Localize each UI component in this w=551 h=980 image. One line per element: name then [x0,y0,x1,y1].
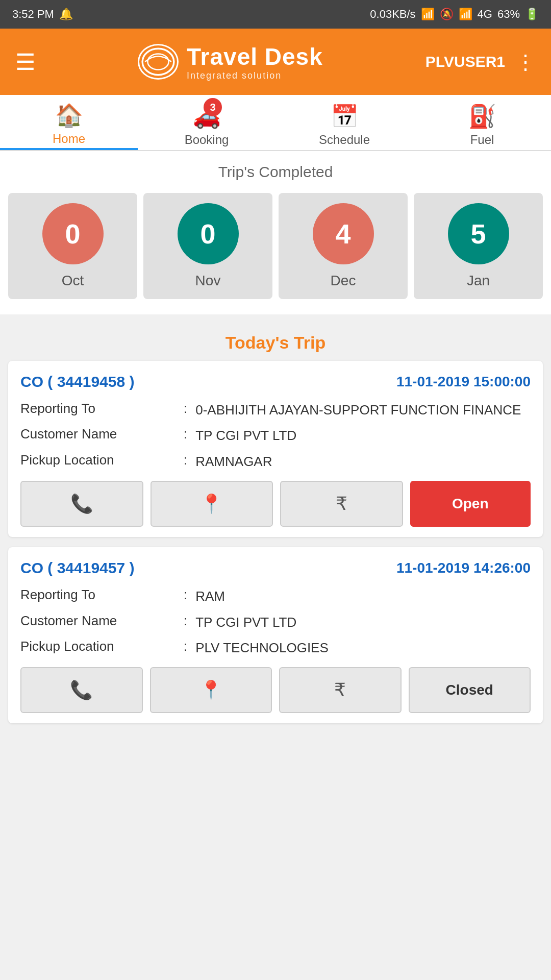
trip-card-nov[interactable]: 0 Nov [143,193,272,299]
battery-icon: 🔋 [525,8,539,21]
reporting-value-1: 0-ABHIJITH AJAYAN-SUPPORT FUNCTION FINAN… [195,401,521,419]
booking-customer-1: Customer Name : TP CGI PVT LTD [20,426,531,445]
trip-count-jan: 5 [448,203,509,264]
trip-month-nov: Nov [195,273,221,289]
trip-card-oct[interactable]: 0 Oct [8,193,137,299]
booking-badge: 3 [204,98,222,116]
battery-percent: 63% [497,8,520,21]
mute-icon: 🔕 [440,8,454,21]
booking-header-1: CO ( 34419458 ) 11-01-2019 15:00:00 [20,373,531,390]
location-button-1[interactable]: 📍 [151,481,273,527]
tab-schedule[interactable]: 📅 Schedule [276,95,413,150]
trips-completed-title: Trip's Completed [8,163,543,181]
home-icon: 🏠 [55,102,83,129]
menu-button[interactable]: ☰ [15,49,35,75]
status-left: 3:52 PM 🔔 [12,8,73,21]
username-label: PLVUSER1 [425,53,505,70]
booking-id-2: CO ( 34419457 ) [20,559,134,577]
app-subtitle: Integrated solution [187,70,323,81]
wifi-icon: 📶 [421,8,435,21]
booking-card-1: CO ( 34419458 ) 11-01-2019 15:00:00 Repo… [8,361,543,537]
status-time: 3:52 PM [12,8,54,21]
toolbar: ☰ Travel Desk Integrated solution PLVUSE… [0,29,551,95]
tab-home[interactable]: 🏠 Home [0,95,138,150]
trip-month-dec: Dec [331,273,356,289]
app-title: Travel Desk [187,43,323,70]
schedule-icon: 📅 [331,103,359,130]
location-button-2[interactable]: 📍 [150,667,272,713]
tab-booking-label: Booking [185,133,229,147]
booking-header-2: CO ( 34419457 ) 11-01-2019 14:26:00 [20,559,531,577]
status-signal-icon: 🔔 [59,8,73,21]
reporting-value-2: RAM [195,587,225,605]
status-right: 0.03KB/s 📶 🔕 📶 4G 63% 🔋 [370,8,539,21]
trips-completed-section: Trip's Completed 0 Oct 0 Nov 4 [0,151,551,314]
payment-button-2[interactable]: ₹ [279,667,402,713]
trip-count-oct: 0 [42,203,104,264]
todays-trip-title: Today's Trip [8,323,543,361]
status-network-speed: 0.03KB/s [370,8,415,21]
pickup-label-2: Pickup Location [20,639,184,657]
booking-reporting-1: Reporting To : 0-ABHIJITH AJAYAN-SUPPORT… [20,401,531,419]
payment-button-1[interactable]: ₹ [280,481,403,527]
booking-actions-1: 📞 📍 ₹ Open [20,481,531,527]
booking-pickup-1: Pickup Location : RAMNAGAR [20,452,531,471]
logo-icon [138,44,179,80]
call-button-2[interactable]: 📞 [20,667,143,713]
trip-card-jan[interactable]: 5 Jan [414,193,543,299]
booking-pickup-2: Pickup Location : PLV TECHNOLOGIES [20,639,531,657]
signal-icon: 📶 [459,8,472,21]
tab-schedule-label: Schedule [319,133,370,147]
trip-month-jan: Jan [467,273,490,289]
booking-datetime-2: 11-01-2019 14:26:00 [396,560,531,576]
booking-reporting-2: Reporting To : RAM [20,587,531,605]
trip-card-dec[interactable]: 4 Dec [279,193,408,299]
pickup-label-1: Pickup Location [20,452,184,471]
trip-month-oct: Oct [62,273,84,289]
tab-fuel[interactable]: ⛽ Fuel [413,95,551,150]
pickup-value-2: PLV TECHNOLOGIES [195,639,329,657]
open-button-1[interactable]: Open [410,481,531,527]
app-logo: Travel Desk Integrated solution [138,43,323,81]
network-type: 4G [478,8,492,21]
trip-count-dec: 4 [313,203,374,264]
tab-home-label: Home [53,132,85,146]
reporting-label-1: Reporting To [20,401,184,419]
trips-grid: 0 Oct 0 Nov 4 Dec 5 [8,193,543,299]
todays-trip-section: Today's Trip CO ( 34419458 ) 11-01-2019 … [0,323,551,723]
reporting-label-2: Reporting To [20,587,184,605]
pickup-value-1: RAMNAGAR [195,452,272,471]
booking-customer-2: Customer Name : TP CGI PVT LTD [20,613,531,631]
booking-datetime-1: 11-01-2019 15:00:00 [396,374,531,390]
customer-value-1: TP CGI PVT LTD [195,426,296,445]
booking-card-2: CO ( 34419457 ) 11-01-2019 14:26:00 Repo… [8,547,543,723]
trip-count-nov: 0 [178,203,239,264]
fuel-icon: ⛽ [468,103,496,130]
customer-value-2: TP CGI PVT LTD [195,613,296,631]
tab-fuel-label: Fuel [470,133,494,147]
toolbar-right: PLVUSER1 ⋮ [425,50,536,74]
tab-booking[interactable]: 3 🚗 Booking [138,95,276,150]
customer-label-2: Customer Name [20,613,184,631]
nav-tabs: 🏠 Home 3 🚗 Booking 📅 Schedule ⛽ Fuel [0,95,551,151]
booking-id-1: CO ( 34419458 ) [20,373,134,390]
status-bar: 3:52 PM 🔔 0.03KB/s 📶 🔕 📶 4G 63% 🔋 [0,0,551,29]
more-options-button[interactable]: ⋮ [515,50,536,74]
booking-actions-2: 📞 📍 ₹ Closed [20,667,531,713]
main-content: Trip's Completed 0 Oct 0 Nov 4 [0,151,551,754]
customer-label-1: Customer Name [20,426,184,445]
call-button-1[interactable]: 📞 [20,481,143,527]
closed-button-2[interactable]: Closed [409,667,531,713]
logo-text: Travel Desk Integrated solution [187,43,323,81]
